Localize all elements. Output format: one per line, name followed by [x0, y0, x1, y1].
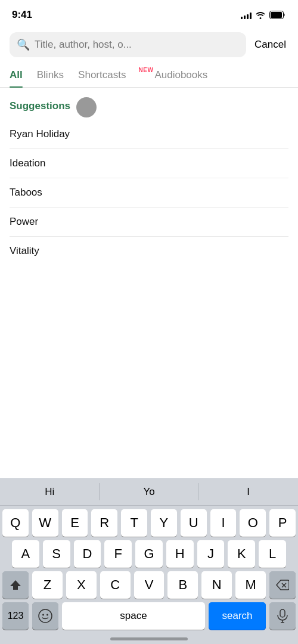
key-x[interactable]: X: [66, 571, 97, 599]
key-delete[interactable]: [269, 571, 296, 599]
key-c[interactable]: C: [100, 571, 131, 599]
suggestions-section: Suggestions Ryan Holiday Ideation Taboos…: [0, 88, 298, 265]
key-t[interactable]: T: [121, 509, 147, 537]
key-shift[interactable]: [2, 571, 29, 599]
suggestion-item[interactable]: Ryan Holiday: [10, 120, 288, 149]
key-h[interactable]: H: [166, 540, 194, 568]
tabs-container: All Blinks Shortcasts NEW Audiobooks: [0, 63, 298, 88]
key-s[interactable]: S: [43, 540, 70, 568]
svg-point-6: [46, 614, 48, 616]
svg-rect-1: [271, 12, 282, 18]
key-v[interactable]: V: [134, 571, 164, 599]
svg-point-5: [42, 614, 44, 616]
search-input[interactable]: [35, 39, 239, 51]
key-n[interactable]: N: [201, 571, 232, 599]
key-space[interactable]: space: [62, 602, 205, 630]
key-row-2: A S D F G H J K L: [0, 537, 298, 568]
suggestion-item[interactable]: Power: [10, 208, 288, 237]
suggestion-item[interactable]: Ideation: [10, 149, 288, 178]
home-indicator: [110, 637, 188, 640]
search-icon: 🔍: [17, 38, 30, 51]
key-j[interactable]: J: [197, 540, 225, 568]
key-a[interactable]: A: [12, 540, 39, 568]
key-k[interactable]: K: [228, 540, 255, 568]
key-u[interactable]: U: [181, 509, 207, 537]
key-mic[interactable]: [269, 602, 296, 630]
key-row-bottom: 123 space search: [0, 599, 298, 632]
status-time: 9:41: [12, 9, 32, 21]
cancel-button[interactable]: Cancel: [252, 36, 288, 53]
key-l[interactable]: L: [259, 540, 286, 568]
key-f[interactable]: F: [104, 540, 132, 568]
search-input-wrapper[interactable]: 🔍: [10, 32, 246, 57]
key-o[interactable]: O: [240, 509, 266, 537]
key-i[interactable]: I: [210, 509, 237, 537]
tab-blinks[interactable]: Blinks: [37, 63, 64, 87]
svg-point-4: [39, 609, 52, 623]
key-emoji[interactable]: [32, 602, 58, 630]
status-bar: 9:41: [0, 0, 298, 26]
key-b[interactable]: B: [167, 571, 198, 599]
key-z[interactable]: Z: [32, 571, 63, 599]
predictive-row: Hi Yo I: [0, 478, 298, 506]
key-q[interactable]: Q: [2, 509, 29, 537]
key-numeric[interactable]: 123: [2, 602, 29, 630]
predictive-word-yo[interactable]: Yo: [100, 478, 199, 505]
wifi-icon: [255, 11, 266, 19]
tab-shortcasts[interactable]: Shortcasts NEW: [78, 63, 140, 87]
status-icons: [241, 11, 286, 19]
key-d[interactable]: D: [74, 540, 101, 568]
key-y[interactable]: Y: [151, 509, 177, 537]
predictive-word-i[interactable]: I: [198, 478, 298, 505]
key-row-1: Q W E R T Y U I O P: [0, 506, 298, 537]
battery-icon: [269, 11, 286, 19]
suggestion-item[interactable]: Taboos: [10, 178, 288, 208]
key-row-3: Z X C V B N M: [0, 568, 298, 599]
key-e[interactable]: E: [62, 509, 88, 537]
suggestion-item[interactable]: Vitality: [10, 237, 288, 265]
key-w[interactable]: W: [32, 509, 58, 537]
decorative-circle: [76, 97, 97, 117]
predictive-word-hi[interactable]: Hi: [0, 478, 100, 505]
search-bar-container: 🔍 Cancel: [0, 26, 298, 63]
tab-all[interactable]: All: [10, 63, 23, 87]
key-p[interactable]: P: [269, 509, 296, 537]
keyboard: Hi Yo I Q W E R T Y U I O P A S D F G H …: [0, 478, 298, 644]
key-r[interactable]: R: [91, 509, 117, 537]
suggestions-title: Suggestions: [10, 100, 70, 112]
svg-rect-7: [280, 609, 285, 617]
new-badge: NEW: [139, 67, 154, 73]
key-g[interactable]: G: [135, 540, 163, 568]
tab-audiobooks[interactable]: Audiobooks: [154, 63, 207, 87]
signal-icon: [241, 11, 252, 19]
key-search[interactable]: search: [209, 602, 266, 630]
key-m[interactable]: M: [235, 571, 266, 599]
